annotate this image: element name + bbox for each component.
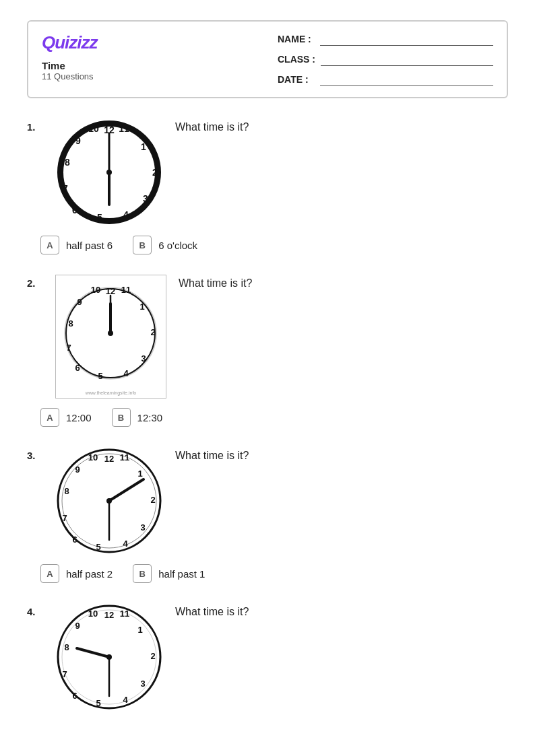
svg-text:8: 8	[68, 318, 73, 329]
answer-1a-letter: A	[40, 236, 59, 254]
svg-text:1: 1	[137, 625, 142, 635]
date-label: DATE :	[278, 74, 315, 85]
quiz-title: Time	[42, 60, 98, 71]
answer-1b-text: 6 o'clock	[158, 240, 197, 251]
svg-text:10: 10	[88, 609, 98, 619]
name-label: NAME :	[278, 34, 315, 44]
class-field-row: CLASS :	[278, 53, 493, 66]
svg-text:11: 11	[119, 123, 129, 134]
class-label: CLASS :	[278, 54, 315, 65]
question-1-clock: 12 1 2 3 4 5 6 7 8 9 10 11	[55, 118, 163, 226]
svg-text:1: 1	[141, 141, 146, 152]
svg-text:1: 1	[139, 302, 144, 312]
answer-1a-text: half past 6	[66, 240, 113, 251]
quizizz-logo: Quizizz	[42, 32, 98, 53]
svg-text:6: 6	[72, 535, 77, 545]
date-field-row: DATE :	[278, 73, 493, 86]
header-left: Quizizz Time 11 Questions	[42, 32, 98, 81]
quiz-subtitle: 11 Questions	[42, 71, 98, 81]
page: Quizizz Time 11 Questions NAME : CLASS :…	[0, 0, 535, 751]
svg-text:9: 9	[75, 621, 80, 631]
question-1-answers: A half past 6 B 6 o'clock	[27, 236, 508, 254]
clock-4-svg: 12 1 2 3 4 5 6 7 8 9 10 11	[55, 603, 163, 711]
svg-text:4: 4	[123, 368, 129, 378]
svg-text:12: 12	[104, 610, 114, 620]
svg-text:8: 8	[64, 486, 69, 496]
clock-2-svg: 12 1 2 3 4 5 6 7 8 9 10 11	[59, 278, 163, 389]
svg-point-33	[108, 331, 113, 336]
svg-text:5: 5	[97, 212, 102, 223]
svg-text:2: 2	[152, 167, 158, 178]
answer-3b-text: half past 1	[158, 568, 205, 580]
question-3-row: 3. 12 1 2 3 4 5 6 7 8 9 10	[27, 447, 508, 555]
question-3-answers: A half past 2 B half past 1	[27, 564, 508, 583]
header-right: NAME : CLASS : DATE :	[278, 32, 493, 86]
answer-2a-letter: A	[40, 408, 59, 427]
question-4-text: What time is it?	[175, 606, 249, 618]
question-2: 2. 12 1 2 3 4 5 6 7 8 9 10	[27, 275, 508, 427]
svg-text:10: 10	[88, 123, 99, 134]
svg-text:5: 5	[96, 542, 100, 552]
answer-2a-text: 12:00	[66, 412, 92, 423]
svg-text:9: 9	[75, 465, 80, 475]
question-1-row: 1. 12 1 2 3 4 5 6 7 8 9	[27, 118, 508, 226]
svg-text:6: 6	[72, 205, 77, 215]
question-3-clock: 12 1 2 3 4 5 6 7 8 9 10 11	[55, 447, 163, 555]
svg-text:9: 9	[75, 135, 81, 146]
answer-3a-letter: A	[40, 564, 59, 583]
svg-text:2: 2	[150, 651, 155, 661]
question-1-answer-b: B 6 o'clock	[133, 236, 197, 254]
answer-3a-text: half past 2	[66, 568, 113, 580]
question-1-answer-a: A half past 6	[40, 236, 113, 254]
svg-text:7: 7	[62, 669, 67, 679]
question-2-clock: 12 1 2 3 4 5 6 7 8 9 10 11	[55, 275, 166, 399]
svg-text:11: 11	[120, 452, 129, 462]
svg-text:10: 10	[91, 285, 100, 295]
header: Quizizz Time 11 Questions NAME : CLASS :…	[27, 20, 508, 98]
question-2-row: 2. 12 1 2 3 4 5 6 7 8 9 10	[27, 275, 508, 399]
svg-text:4: 4	[123, 209, 129, 220]
clock-1-svg: 12 1 2 3 4 5 6 7 8 9 10 11	[55, 118, 163, 226]
question-3: 3. 12 1 2 3 4 5 6 7 8 9 10	[27, 447, 508, 583]
clock-3-svg: 12 1 2 3 4 5 6 7 8 9 10 11	[55, 447, 163, 555]
svg-text:7: 7	[63, 183, 68, 194]
svg-text:3: 3	[140, 522, 145, 532]
name-line	[320, 32, 493, 46]
answer-2b-text: 12:30	[137, 412, 163, 423]
question-2-number: 2.	[27, 277, 43, 289]
svg-point-16	[106, 170, 112, 175]
svg-text:6: 6	[72, 691, 77, 701]
svg-text:3: 3	[140, 679, 145, 689]
svg-text:5: 5	[96, 698, 100, 708]
svg-text:4: 4	[123, 695, 128, 705]
answer-2b-letter: B	[112, 408, 131, 427]
svg-text:8: 8	[65, 157, 70, 168]
question-4-row: 4. 12 1 2 3 4 5 6 7 8 9 10	[27, 603, 508, 711]
question-3-answer-a: A half past 2	[40, 564, 113, 583]
svg-text:1: 1	[137, 469, 142, 479]
question-1-number: 1.	[27, 121, 43, 133]
svg-text:2: 2	[150, 327, 155, 337]
question-2-answer-a: A 12:00	[40, 408, 92, 427]
class-line	[321, 53, 493, 66]
answer-3b-letter: B	[133, 564, 152, 583]
svg-text:8: 8	[64, 642, 69, 652]
answer-1b-letter: B	[133, 236, 152, 254]
question-1: 1. 12 1 2 3 4 5 6 7 8 9	[27, 118, 508, 254]
svg-text:7: 7	[62, 513, 67, 523]
svg-text:11: 11	[121, 285, 131, 295]
svg-point-50	[106, 498, 112, 504]
svg-text:5: 5	[98, 371, 102, 381]
name-field-row: NAME :	[278, 32, 493, 46]
svg-text:12: 12	[104, 454, 114, 464]
svg-text:9: 9	[77, 297, 82, 307]
svg-text:7: 7	[66, 343, 71, 353]
svg-text:4: 4	[123, 539, 128, 549]
svg-point-67	[106, 654, 112, 660]
question-3-text: What time is it?	[175, 450, 249, 462]
clock-2-watermark: www.thelearningsite.info	[59, 390, 163, 395]
question-2-answers: A 12:00 B 12:30	[27, 408, 508, 427]
question-1-text: What time is it?	[175, 121, 249, 133]
question-2-text: What time is it?	[179, 277, 252, 289]
question-3-number: 3.	[27, 450, 43, 461]
